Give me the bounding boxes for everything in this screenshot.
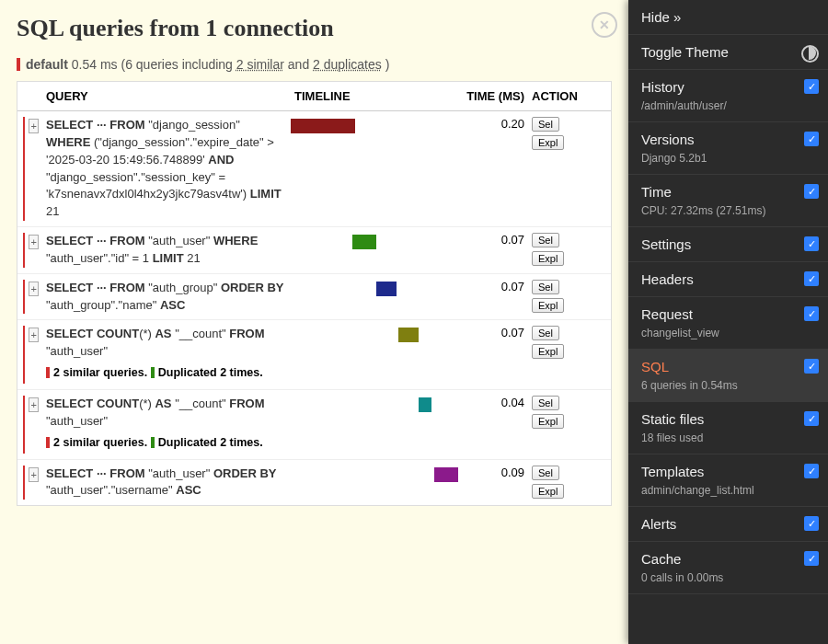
query-row: +SELECT ··· FROM "auth_user" ORDER BY "a…	[17, 460, 611, 506]
timeline-bar	[352, 235, 376, 249]
query-text: SELECT ··· FROM "auth_user" WHERE "auth_…	[46, 234, 258, 265]
query-text: SELECT ··· FROM "auth_user" ORDER BY "au…	[46, 466, 277, 498]
toggle-theme-button[interactable]: Toggle Theme	[628, 35, 828, 70]
toolbar-item-alerts[interactable]: Alerts✓	[628, 507, 828, 542]
query-time: 0.07	[461, 320, 528, 389]
sel-button[interactable]: Sel	[532, 280, 559, 294]
query-time: 0.20	[461, 111, 528, 226]
query-text: SELECT COUNT(*) AS "__count" FROM "auth_…	[46, 397, 265, 428]
expl-button[interactable]: Expl	[532, 344, 564, 359]
sel-button[interactable]: Sel	[532, 326, 559, 340]
timeline-bar	[434, 467, 458, 482]
toolbar-item-checkbox[interactable]: ✓	[804, 132, 819, 146]
expand-button[interactable]: +	[29, 328, 39, 342]
col-action: ACTION	[528, 82, 592, 110]
expand-button[interactable]: +	[29, 119, 39, 133]
panel-title: SQL queries from 1 connection	[17, 15, 612, 42]
sel-button[interactable]: Sel	[532, 466, 559, 480]
sql-panel: SQL queries from 1 connection ✕ default …	[0, 0, 628, 644]
query-text: SELECT ··· FROM "auth_group" ORDER BY "a…	[46, 281, 284, 312]
query-row: +SELECT ··· FROM "django_session" WHERE …	[17, 111, 611, 227]
expl-button[interactable]: Expl	[532, 484, 564, 499]
query-row: +SELECT ··· FROM "auth_group" ORDER BY "…	[17, 274, 611, 321]
toolbar-item-request[interactable]: Requestchangelist_view✓	[628, 297, 828, 350]
toolbar-item-title: SQL	[641, 359, 815, 374]
expand-button[interactable]: +	[29, 282, 39, 296]
toolbar-item-subtitle: 18 files used	[641, 431, 815, 444]
expl-button[interactable]: Expl	[532, 251, 564, 266]
toolbar-item-title: Alerts	[641, 516, 815, 532]
toolbar-item-subtitle: /admin/auth/user/	[641, 99, 815, 112]
col-timeline: TIMELINE	[291, 82, 461, 110]
toolbar-item-checkbox[interactable]: ✓	[804, 516, 819, 531]
toolbar-item-title: Templates	[641, 464, 815, 479]
duplicates-link[interactable]: 2 duplicates	[313, 57, 382, 72]
queries-table: QUERY TIMELINE TIME (MS) ACTION +SELECT …	[17, 81, 612, 506]
toolbar-item-checkbox[interactable]: ✓	[804, 184, 819, 199]
query-tag: 2 similar queries.	[46, 364, 147, 381]
db-color-bar	[23, 466, 25, 500]
close-icon: ✕	[599, 17, 610, 32]
theme-icon	[801, 45, 819, 63]
toolbar-item-subtitle: Django 5.2b1	[641, 152, 815, 165]
toolbar-item-subtitle: admin/change_list.html	[641, 484, 815, 497]
toolbar-item-history[interactable]: History/admin/auth/user/✓	[628, 70, 828, 122]
hide-toolbar-button[interactable]: Hide »	[628, 0, 828, 35]
toolbar-item-cache[interactable]: Cache0 calls in 0.00ms✓	[628, 542, 828, 594]
toolbar-item-static-files[interactable]: Static files18 files used✓	[628, 402, 828, 454]
col-time: TIME (MS)	[461, 82, 528, 110]
toolbar-item-subtitle: changelist_view	[641, 327, 815, 339]
db-color-bar	[23, 326, 25, 384]
toolbar-item-checkbox[interactable]: ✓	[804, 411, 819, 426]
debug-toolbar: Hide » Toggle Theme History/admin/auth/u…	[628, 0, 828, 644]
query-time: 0.07	[461, 274, 528, 320]
timeline-bar	[376, 282, 397, 296]
query-row: +SELECT COUNT(*) AS "__count" FROM "auth…	[17, 320, 611, 390]
db-color-bar	[23, 280, 25, 315]
query-text: SELECT ··· FROM "django_session" WHERE (…	[46, 118, 282, 218]
sel-button[interactable]: Sel	[532, 396, 559, 410]
toolbar-item-headers[interactable]: Headers✓	[628, 262, 828, 297]
toolbar-item-versions[interactable]: VersionsDjango 5.2b1✓	[628, 122, 828, 175]
expand-button[interactable]: +	[29, 397, 39, 412]
sel-button[interactable]: Sel	[532, 117, 559, 132]
db-color-bar	[23, 117, 25, 221]
expl-button[interactable]: Expl	[532, 135, 564, 150]
toolbar-item-checkbox[interactable]: ✓	[804, 464, 819, 478]
toolbar-item-checkbox[interactable]: ✓	[804, 551, 819, 566]
query-row: +SELECT ··· FROM "auth_user" WHERE "auth…	[17, 227, 611, 274]
expl-button[interactable]: Expl	[532, 298, 564, 313]
toolbar-item-time[interactable]: TimeCPU: 27.32ms (27.51ms)✓	[628, 175, 828, 227]
toolbar-item-title: Settings	[641, 236, 815, 252]
timeline-bar	[291, 119, 355, 133]
toolbar-item-subtitle: CPU: 27.32ms (27.51ms)	[641, 204, 815, 217]
toolbar-item-title: Request	[641, 306, 815, 322]
db-color-bar	[17, 58, 20, 71]
similar-link[interactable]: 2 similar	[236, 57, 284, 72]
toolbar-item-title: Cache	[641, 551, 815, 567]
toolbar-item-sql[interactable]: SQL6 queries in 0.54ms✓	[628, 350, 828, 402]
close-button[interactable]: ✕	[592, 12, 617, 38]
toolbar-item-templates[interactable]: Templatesadmin/change_list.html✓	[628, 454, 828, 507]
query-text: SELECT COUNT(*) AS "__count" FROM "auth_…	[46, 327, 265, 358]
query-time: 0.07	[461, 227, 528, 273]
toolbar-item-subtitle: 0 calls in 0.00ms	[641, 571, 815, 584]
query-tag: Duplicated 2 times.	[151, 434, 263, 451]
panel-summary: default 0.54 ms (6 queries including 2 s…	[0, 57, 628, 81]
expl-button[interactable]: Expl	[532, 414, 564, 429]
query-time: 0.09	[461, 460, 528, 506]
toolbar-item-title: Versions	[641, 132, 815, 147]
expand-button[interactable]: +	[29, 467, 39, 482]
toolbar-item-title: Static files	[641, 411, 815, 427]
toolbar-item-checkbox[interactable]: ✓	[804, 359, 819, 374]
toolbar-item-checkbox[interactable]: ✓	[804, 271, 819, 286]
toolbar-item-checkbox[interactable]: ✓	[804, 236, 819, 251]
expand-button[interactable]: +	[29, 235, 39, 249]
toolbar-item-settings[interactable]: Settings✓	[628, 227, 828, 262]
query-tag: Duplicated 2 times.	[151, 364, 263, 381]
sel-button[interactable]: Sel	[532, 233, 559, 247]
toolbar-item-title: Time	[641, 184, 815, 200]
toolbar-item-checkbox[interactable]: ✓	[804, 79, 819, 94]
toolbar-item-checkbox[interactable]: ✓	[804, 306, 819, 321]
query-time: 0.04	[461, 390, 528, 459]
